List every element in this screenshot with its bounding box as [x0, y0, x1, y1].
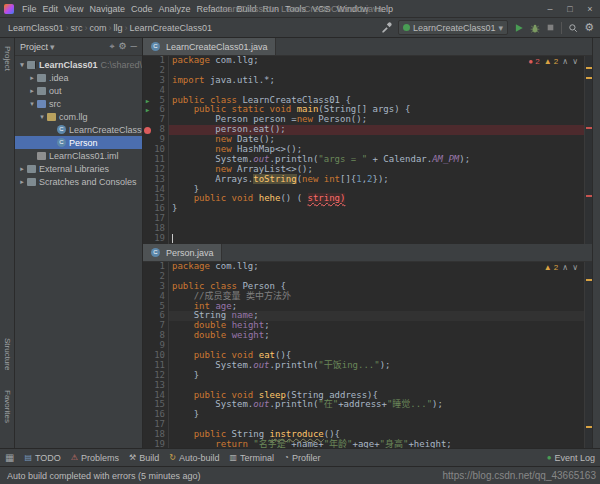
- breadcrumb-item-llg[interactable]: llg: [112, 23, 125, 33]
- tool-stripe-button-project[interactable]: Project: [3, 46, 12, 71]
- tool-window-button-terminal[interactable]: ▥Terminal: [229, 453, 274, 463]
- breakpoint-icon[interactable]: [143, 127, 152, 134]
- code-token: System.: [172, 154, 253, 164]
- gutter[interactable]: 1234▶5▶678910111213141516171819: [143, 56, 169, 244]
- settings-gear-icon[interactable]: ⚙: [584, 21, 594, 34]
- tool-window-button-profiler[interactable]: ◔Profiler: [284, 453, 320, 463]
- tool-window-button-build[interactable]: ⚒Build: [129, 453, 159, 463]
- collapse-arrow-icon[interactable]: ▾: [28, 100, 36, 108]
- expand-arrow-icon[interactable]: ▸: [28, 74, 36, 82]
- tab-person-java[interactable]: C Person.java: [143, 244, 222, 261]
- inspections-widget[interactable]: ▲ 2∧∨: [542, 263, 580, 272]
- tree-item-learnclass01[interactable]: ▾LearnClass01C:\shared\learnjava\p: [15, 58, 142, 71]
- collapse-arrow-icon[interactable]: ▾: [38, 113, 46, 121]
- code-token: +height;: [408, 439, 451, 448]
- code-token: AM_PM: [432, 154, 459, 164]
- tree-item-out[interactable]: ▸out: [15, 84, 142, 97]
- code-token: public void: [194, 193, 254, 203]
- tool-window-button-problems[interactable]: ⚠Problems: [71, 453, 119, 463]
- tree-item-learncreateclass01[interactable]: CLearnCreateClass01: [15, 123, 142, 136]
- error-count[interactable]: ● 2: [528, 57, 540, 66]
- code-line[interactable]: }: [172, 410, 592, 420]
- tool-window-button-event-log[interactable]: ●Event Log: [547, 453, 595, 463]
- maximize-button[interactable]: □: [560, 4, 580, 14]
- code-line[interactable]: [172, 234, 592, 244]
- code-line[interactable]: return "名字是"+name+"年龄"+age+"身高"+height;: [172, 440, 592, 448]
- code-line[interactable]: }: [172, 371, 592, 381]
- class-icon: C: [57, 138, 66, 147]
- tool-stripe-button-favorites[interactable]: Favorites: [3, 390, 12, 423]
- stop-button[interactable]: [546, 23, 555, 32]
- code-token: ;: [264, 320, 269, 330]
- run-marker-icon[interactable]: ▶: [143, 96, 152, 106]
- expand-arrow-icon[interactable]: ▸: [28, 87, 36, 95]
- menu-file[interactable]: File: [19, 4, 40, 14]
- code-line[interactable]: package com.llg;: [172, 262, 592, 272]
- chevron-up-icon[interactable]: ∧: [562, 263, 568, 272]
- expand-arrow-icon[interactable]: ▸: [18, 178, 26, 186]
- code-lines[interactable]: package com.llg;public class Person { //…: [169, 262, 592, 448]
- code-token: "名字是": [253, 439, 291, 448]
- tree-item-idea[interactable]: ▸.idea: [15, 71, 142, 84]
- menu-code[interactable]: Code: [128, 4, 156, 14]
- tool-window-button-todo[interactable]: ▤TODO: [24, 453, 60, 463]
- project-panel-title[interactable]: Project: [20, 42, 48, 52]
- inspections-widget[interactable]: ● 2▲ 2∧∨: [526, 57, 580, 66]
- breadcrumb-item-src[interactable]: src: [69, 23, 85, 33]
- close-button[interactable]: ×: [580, 4, 600, 14]
- locate-icon[interactable]: ⌖: [109, 41, 114, 52]
- code-lines[interactable]: package com.llg;import java.util.*;publi…: [169, 56, 592, 244]
- code-line[interactable]: double weight;: [172, 331, 592, 341]
- scrollbar-error-stripe[interactable]: [584, 56, 592, 244]
- tool-window-switcher-icon[interactable]: ▦: [5, 452, 14, 463]
- tree-item-com-llg[interactable]: ▾com.llg: [15, 110, 142, 123]
- menu-analyze[interactable]: Analyze: [155, 4, 193, 14]
- tool-stripe-button-structure[interactable]: Structure: [3, 338, 12, 370]
- expand-arrow-icon[interactable]: ▸: [18, 165, 26, 173]
- panel-settings-gear-icon[interactable]: ⚙: [119, 41, 127, 52]
- code-line[interactable]: import java.util.*;: [172, 76, 592, 86]
- menu-navigate[interactable]: Navigate: [86, 4, 128, 14]
- tree-item-label: LearnClass01.iml: [49, 151, 119, 161]
- code-line[interactable]: public void hehe() ( string): [172, 194, 592, 204]
- code-line[interactable]: Arrays.toString(new int[]{1,2});: [172, 175, 592, 185]
- menu-view[interactable]: View: [61, 4, 86, 14]
- search-icon[interactable]: [568, 23, 578, 33]
- breadcrumb-item-learnclass01[interactable]: LearnClass01: [6, 23, 66, 33]
- gutter-line[interactable]: 19: [143, 440, 168, 448]
- breadcrumb-item-com[interactable]: com: [88, 23, 109, 33]
- tab-learncreateclass01-java[interactable]: C LearnCreateClass01.java: [143, 38, 276, 55]
- scrollbar-error-stripe[interactable]: [584, 262, 592, 448]
- run-button[interactable]: [514, 23, 524, 33]
- run-toolbar: LearnCreateClass01 ▾ ⚙: [381, 20, 594, 35]
- code-line[interactable]: System.out.println("干饭ing...");: [172, 361, 592, 371]
- chevron-down-icon[interactable]: ▾: [48, 42, 55, 52]
- code-line[interactable]: [172, 224, 592, 234]
- gutter[interactable]: 12345678910111213141516171819: [143, 262, 169, 448]
- collapse-arrow-icon[interactable]: ▾: [18, 61, 26, 69]
- chevron-down-icon[interactable]: ∨: [572, 57, 578, 66]
- gutter-line[interactable]: 19: [143, 234, 168, 244]
- code-line[interactable]: [172, 214, 592, 224]
- run-configuration-select[interactable]: LearnCreateClass01 ▾: [398, 20, 508, 35]
- warning-count[interactable]: ▲ 2: [544, 263, 559, 272]
- tool-window-button-auto-build[interactable]: ↻Auto-build: [169, 453, 219, 463]
- code-line[interactable]: }: [172, 204, 592, 214]
- warning-count[interactable]: ▲ 2: [544, 57, 559, 66]
- debug-button[interactable]: [530, 23, 540, 33]
- tree-item-person[interactable]: CPerson: [15, 136, 142, 149]
- tree-item-learnclass01-iml[interactable]: LearnClass01.iml: [15, 149, 142, 162]
- tree-item-src[interactable]: ▾src: [15, 97, 142, 110]
- run-marker-icon[interactable]: ▶: [143, 105, 152, 115]
- tree-item-scratches-and-consoles[interactable]: ▸Scratches and Consoles: [15, 175, 142, 188]
- build-hammer-icon[interactable]: [381, 22, 392, 33]
- tree-item-external-libraries[interactable]: ▸External Libraries: [15, 162, 142, 175]
- minimize-button[interactable]: –: [540, 4, 560, 14]
- chevron-down-icon[interactable]: ∨: [572, 263, 578, 272]
- hide-panel-icon[interactable]: ─: [131, 41, 137, 52]
- editor-split-bottom: C Person.java 12345678910111213141516171…: [143, 244, 592, 448]
- chevron-up-icon[interactable]: ∧: [562, 57, 568, 66]
- menu-edit[interactable]: Edit: [40, 4, 62, 14]
- code-line[interactable]: System.out.println("在"+address+"睡觉...");: [172, 400, 592, 410]
- breadcrumb-item-learncreateclass01[interactable]: LearnCreateClass01: [128, 23, 215, 33]
